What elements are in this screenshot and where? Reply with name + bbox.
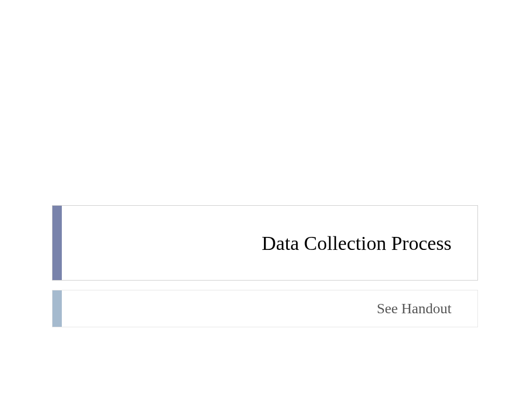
subtitle-content: See Handout: [62, 290, 477, 327]
title-accent-bar: [52, 206, 62, 280]
title-box: Data Collection Process: [52, 205, 478, 281]
slide-container: Data Collection Process See Handout: [52, 205, 478, 327]
title-content: Data Collection Process: [62, 206, 477, 280]
subtitle-box: See Handout: [52, 290, 478, 327]
slide-subtitle: See Handout: [377, 300, 451, 317]
subtitle-accent-bar: [52, 290, 62, 327]
slide-title: Data Collection Process: [262, 232, 451, 255]
